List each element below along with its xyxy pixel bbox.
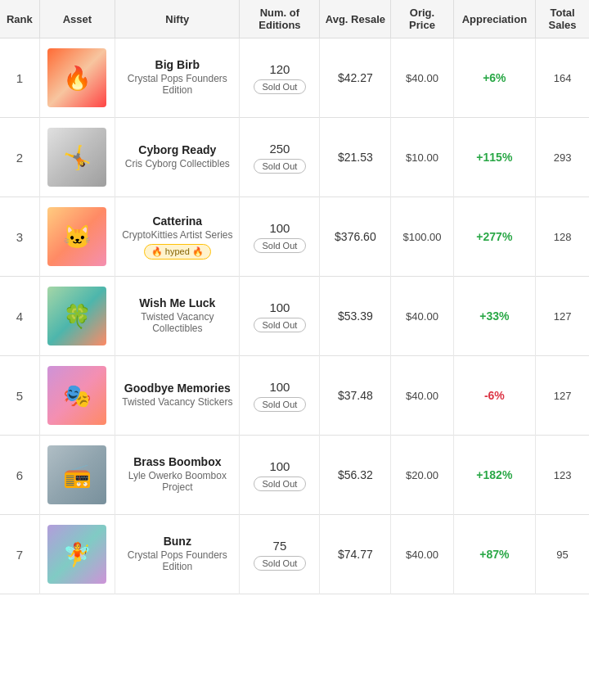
nifty-info-cell: Wish Me LuckTwisted Vacancy Collectibles bbox=[115, 277, 240, 356]
asset-image-cell: 🐱 bbox=[39, 197, 115, 277]
editions-number: 100 bbox=[245, 380, 314, 394]
total-sales-cell: 123 bbox=[536, 436, 589, 515]
header-appreciation: Appreciation bbox=[453, 0, 536, 38]
editions-number: 100 bbox=[245, 459, 314, 473]
nifty-collection: Cris Cyborg Collectibles bbox=[120, 158, 234, 169]
rank-cell: 4 bbox=[0, 277, 39, 356]
editions-number: 100 bbox=[245, 221, 314, 235]
sold-out-badge: Sold Out bbox=[254, 397, 307, 412]
total-sales-cell: 293 bbox=[536, 118, 589, 197]
table-row: 7🧚BunzCrystal Pops Founders Edition75Sol… bbox=[0, 515, 589, 594]
editions-number: 100 bbox=[245, 300, 314, 314]
appreciation-cell: +6% bbox=[453, 38, 536, 118]
sold-out-badge: Sold Out bbox=[254, 238, 307, 253]
nifty-name: Big Birb bbox=[120, 58, 234, 71]
appreciation-cell: +87% bbox=[453, 515, 536, 594]
table-row: 2🤸Cyborg ReadyCris Cyborg Collectibles25… bbox=[0, 118, 589, 197]
editions-number: 250 bbox=[245, 142, 314, 156]
rank-cell: 2 bbox=[0, 118, 39, 197]
nifty-name: Cyborg Ready bbox=[120, 143, 234, 156]
nifty-info-cell: Cyborg ReadyCris Cyborg Collectibles bbox=[115, 118, 240, 197]
editions-number: 120 bbox=[245, 62, 314, 76]
asset-image-cell: 🎭 bbox=[39, 356, 115, 436]
asset-image-cell: 🤸 bbox=[39, 118, 115, 197]
sold-out-badge: Sold Out bbox=[254, 159, 307, 174]
header-num-editions: Num. of Editions bbox=[240, 0, 320, 38]
editions-cell: 100Sold Out bbox=[240, 197, 320, 277]
table-row: 4🍀Wish Me LuckTwisted Vacancy Collectibl… bbox=[0, 277, 589, 356]
nifty-collection: Twisted Vacancy Collectibles bbox=[120, 311, 234, 334]
appreciation-cell: +277% bbox=[453, 197, 536, 277]
asset-image-cell: 🔥 bbox=[39, 38, 115, 118]
total-sales-cell: 164 bbox=[536, 38, 589, 118]
asset-image-cell: 🍀 bbox=[39, 277, 115, 356]
nifty-collection: Lyle Owerko Boombox Project bbox=[120, 470, 234, 493]
nifty-name: Bunz bbox=[120, 535, 234, 548]
orig-price-cell: $20.00 bbox=[391, 436, 453, 515]
table-row: 6📻Brass BoomboxLyle Owerko Boombox Proje… bbox=[0, 436, 589, 515]
orig-price-cell: $40.00 bbox=[391, 356, 453, 436]
total-sales-cell: 95 bbox=[536, 515, 589, 594]
nifty-info-cell: CatterinaCryptoKitties Artist Series🔥 hy… bbox=[115, 197, 240, 277]
rank-cell: 5 bbox=[0, 356, 39, 436]
sold-out-badge: Sold Out bbox=[254, 79, 307, 94]
rank-cell: 1 bbox=[0, 38, 39, 118]
nft-thumbnail: 🧚 bbox=[47, 525, 106, 584]
editions-cell: 100Sold Out bbox=[240, 356, 320, 436]
header-nifty: Nifty bbox=[115, 0, 240, 38]
avg-resale-cell: $74.77 bbox=[320, 515, 391, 594]
asset-image-cell: 📻 bbox=[39, 436, 115, 515]
editions-cell: 100Sold Out bbox=[240, 277, 320, 356]
appreciation-cell: +115% bbox=[453, 118, 536, 197]
nifty-name: Goodbye Memories bbox=[120, 382, 234, 395]
asset-image-cell: 🧚 bbox=[39, 515, 115, 594]
avg-resale-cell: $56.32 bbox=[320, 436, 391, 515]
editions-cell: 75Sold Out bbox=[240, 515, 320, 594]
orig-price-cell: $40.00 bbox=[391, 277, 453, 356]
nifty-name: Wish Me Luck bbox=[120, 296, 234, 309]
nft-thumbnail: 🤸 bbox=[47, 128, 106, 187]
nifty-name: Brass Boombox bbox=[120, 455, 234, 468]
appreciation-cell: -6% bbox=[453, 356, 536, 436]
avg-resale-cell: $21.53 bbox=[320, 118, 391, 197]
header-asset: Asset bbox=[39, 0, 115, 38]
nifty-info-cell: Brass BoomboxLyle Owerko Boombox Project bbox=[115, 436, 240, 515]
orig-price-cell: $40.00 bbox=[391, 38, 453, 118]
avg-resale-cell: $53.39 bbox=[320, 277, 391, 356]
header-avg-resale: Avg. Resale bbox=[320, 0, 391, 38]
orig-price-cell: $40.00 bbox=[391, 515, 453, 594]
rank-cell: 3 bbox=[0, 197, 39, 277]
editions-cell: 250Sold Out bbox=[240, 118, 320, 197]
editions-cell: 100Sold Out bbox=[240, 436, 320, 515]
rankings-table: Rank Asset Nifty Num. of Editions Avg. R… bbox=[0, 0, 589, 594]
nft-thumbnail: 📻 bbox=[47, 445, 106, 504]
avg-resale-cell: $376.60 bbox=[320, 197, 391, 277]
nifty-collection: Crystal Pops Founders Edition bbox=[120, 549, 234, 572]
header-total-sales: Total Sales bbox=[536, 0, 589, 38]
orig-price-cell: $10.00 bbox=[391, 118, 453, 197]
avg-resale-cell: $37.48 bbox=[320, 356, 391, 436]
table-row: 1🔥Big BirbCrystal Pops Founders Edition1… bbox=[0, 38, 589, 118]
appreciation-cell: +33% bbox=[453, 277, 536, 356]
nifty-collection: CryptoKitties Artist Series bbox=[120, 229, 234, 241]
editions-cell: 120Sold Out bbox=[240, 38, 320, 118]
nifty-collection: Twisted Vacancy Stickers bbox=[120, 396, 234, 408]
total-sales-cell: 128 bbox=[536, 197, 589, 277]
nifty-name: Catterina bbox=[120, 215, 234, 228]
rank-cell: 7 bbox=[0, 515, 39, 594]
nifty-info-cell: Big BirbCrystal Pops Founders Edition bbox=[115, 38, 240, 118]
sold-out-badge: Sold Out bbox=[254, 318, 307, 332]
total-sales-cell: 127 bbox=[536, 277, 589, 356]
nft-thumbnail: 🐱 bbox=[47, 207, 106, 266]
sold-out-badge: Sold Out bbox=[254, 476, 307, 491]
nft-thumbnail: 🎭 bbox=[47, 366, 106, 425]
orig-price-cell: $100.00 bbox=[391, 197, 453, 277]
appreciation-cell: +182% bbox=[453, 436, 536, 515]
editions-number: 75 bbox=[245, 539, 314, 553]
nft-thumbnail: 🍀 bbox=[47, 287, 106, 345]
header-orig-price: Orig. Price bbox=[391, 0, 453, 38]
avg-resale-cell: $42.27 bbox=[320, 38, 391, 118]
header-rank: Rank bbox=[0, 0, 39, 38]
table-row: 5🎭Goodbye MemoriesTwisted Vacancy Sticke… bbox=[0, 356, 589, 436]
total-sales-cell: 127 bbox=[536, 356, 589, 436]
